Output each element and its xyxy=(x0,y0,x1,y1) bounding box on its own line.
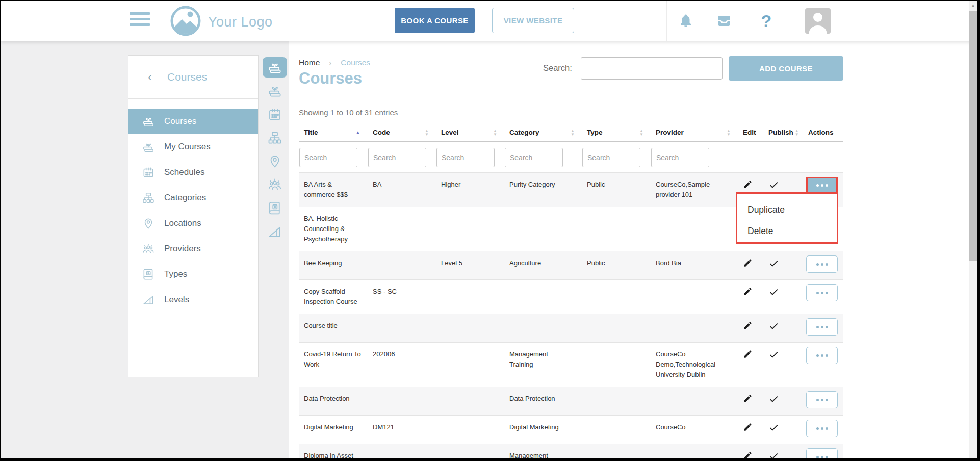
cell-level xyxy=(436,343,504,387)
actions-ellipsis-button[interactable] xyxy=(806,347,838,364)
cell-level: Level 5 xyxy=(436,251,504,279)
publish-check-button[interactable] xyxy=(766,392,781,406)
column-header-publish[interactable]: Publish▲▼ xyxy=(763,123,803,141)
sidebar-item-categories[interactable]: Categories xyxy=(128,185,258,211)
sidebar-item-levels[interactable]: Levels xyxy=(128,287,258,313)
publish-check-button[interactable] xyxy=(766,256,781,271)
scrollbar[interactable]: ▲ xyxy=(969,1,977,458)
breadcrumb-home-link[interactable]: Home xyxy=(299,58,320,67)
edit-pencil-button[interactable] xyxy=(741,420,755,434)
scrollbar-thumb[interactable] xyxy=(969,11,977,261)
scrollbar-up-arrow[interactable]: ▲ xyxy=(969,1,977,10)
table-row: Bee KeepingLevel 5AgriculturePublicBord … xyxy=(299,251,843,279)
cell-title: Diploma in Asset xyxy=(299,444,368,458)
sidebar-item-schedules[interactable]: Schedules xyxy=(128,160,258,185)
rail-book-icon[interactable] xyxy=(263,198,287,218)
cell-title: Data Protection xyxy=(299,387,368,415)
edit-pencil-button[interactable] xyxy=(741,319,755,332)
rail-courses-icon[interactable] xyxy=(263,81,287,101)
sidebar-item-types[interactable]: Types xyxy=(128,262,258,287)
cell-provider xyxy=(651,444,738,458)
actions-ellipsis-button[interactable] xyxy=(806,420,838,437)
actions-ellipsis-button[interactable] xyxy=(806,448,838,458)
logo-image-icon xyxy=(169,5,202,39)
rail-courses-icon[interactable] xyxy=(263,57,287,78)
app-canvas: Your Logo BOOK A COURSE VIEW WEBSITE ? xyxy=(1,1,977,458)
cell-type xyxy=(582,444,651,458)
provider-filter-input[interactable] xyxy=(651,148,709,167)
type-filter-input[interactable] xyxy=(582,148,640,167)
column-header-category[interactable]: Category▲▼ xyxy=(504,123,582,141)
actions-ellipsis-button[interactable] xyxy=(806,255,838,273)
rail-levels-icon[interactable] xyxy=(263,221,287,242)
edit-pencil-button[interactable] xyxy=(741,392,755,405)
sidebar-item-courses[interactable]: Courses xyxy=(128,109,258,134)
hamburger-menu-icon[interactable] xyxy=(130,12,150,30)
levels-icon xyxy=(142,293,157,306)
edit-pencil-button[interactable] xyxy=(741,285,755,298)
publish-check-button[interactable] xyxy=(766,319,781,334)
dropdown-item-delete[interactable]: Delete xyxy=(737,220,837,242)
publish-check-button[interactable] xyxy=(766,420,781,435)
publish-check-button[interactable] xyxy=(766,449,781,458)
user-avatar[interactable] xyxy=(805,8,831,34)
actions-ellipsis-button[interactable] xyxy=(806,284,838,301)
table-header-row: Title▲Code▲▼Level▲▼Category▲▼Type▲▼Provi… xyxy=(299,123,843,142)
column-header-edit: Edit xyxy=(738,123,763,141)
edit-pencil-button[interactable] xyxy=(741,449,755,458)
cell-type xyxy=(582,387,651,415)
rail-calendar-icon[interactable] xyxy=(263,104,287,124)
dropdown-item-duplicate[interactable]: Duplicate xyxy=(737,199,837,220)
column-header-code[interactable]: Code▲▼ xyxy=(368,123,436,141)
publish-check-button[interactable] xyxy=(766,177,781,192)
edit-pencil-button[interactable] xyxy=(741,177,755,191)
actions-ellipsis-button[interactable] xyxy=(806,177,838,194)
rail-people-icon[interactable] xyxy=(263,174,287,195)
publish-check-button[interactable] xyxy=(766,285,781,299)
courses-icon xyxy=(142,140,157,153)
category-filter-input[interactable] xyxy=(505,148,563,167)
cell-category xyxy=(504,280,582,314)
sidebar-collapse-header[interactable]: ‹ Courses xyxy=(128,56,258,99)
pin-icon xyxy=(142,217,157,230)
actions-ellipsis-button[interactable] xyxy=(806,391,838,408)
edit-pencil-button[interactable] xyxy=(741,347,755,361)
cell-title: Digital Marketing xyxy=(299,416,368,444)
cell-level xyxy=(436,280,504,314)
cell-type: Public xyxy=(582,251,651,279)
code-filter-input[interactable] xyxy=(368,148,426,167)
people-icon xyxy=(142,242,157,255)
edit-pencil-button[interactable] xyxy=(741,256,755,270)
title-filter-input[interactable] xyxy=(299,148,357,167)
column-header-actions: Actions xyxy=(803,123,843,141)
cell-title: BA Arts & commerce $$$ xyxy=(299,173,368,207)
cell-type xyxy=(582,280,651,314)
cell-type xyxy=(582,314,651,342)
column-header-title[interactable]: Title▲ xyxy=(299,123,368,141)
rail-pin-icon[interactable] xyxy=(263,151,287,171)
cell-level xyxy=(436,314,504,342)
column-header-type[interactable]: Type▲▼ xyxy=(582,123,651,141)
level-filter-input[interactable] xyxy=(436,148,495,167)
column-header-provider[interactable]: Provider▲▼ xyxy=(651,123,738,141)
column-header-level[interactable]: Level▲▼ xyxy=(436,123,504,141)
inbox-tray-icon[interactable] xyxy=(705,1,743,41)
cell-title: Covid-19 Return To Work xyxy=(299,343,368,387)
global-search-input[interactable] xyxy=(581,57,723,80)
view-website-button[interactable]: VIEW WEBSITE xyxy=(492,8,574,33)
cell-code: SS - SC xyxy=(368,280,436,314)
publish-check-button[interactable] xyxy=(766,347,781,362)
notifications-bell-icon[interactable] xyxy=(666,1,705,41)
sidebar-item-providers[interactable]: Providers xyxy=(128,236,258,262)
book-a-course-button[interactable]: BOOK A COURSE xyxy=(395,8,475,33)
actions-ellipsis-button[interactable] xyxy=(806,318,838,336)
logo[interactable]: Your Logo xyxy=(169,5,273,39)
sidebar-item-locations[interactable]: Locations xyxy=(128,211,258,236)
help-question-icon[interactable]: ? xyxy=(743,1,790,41)
cell-level: Higher xyxy=(436,173,504,207)
rail-sitemap-icon[interactable] xyxy=(263,127,287,148)
add-course-button[interactable]: ADD COURSE xyxy=(729,56,843,81)
breadcrumb-courses-link[interactable]: Courses xyxy=(341,58,370,67)
sidebar-item-my-courses[interactable]: My Courses xyxy=(128,134,258,160)
sitemap-icon xyxy=(142,191,157,204)
